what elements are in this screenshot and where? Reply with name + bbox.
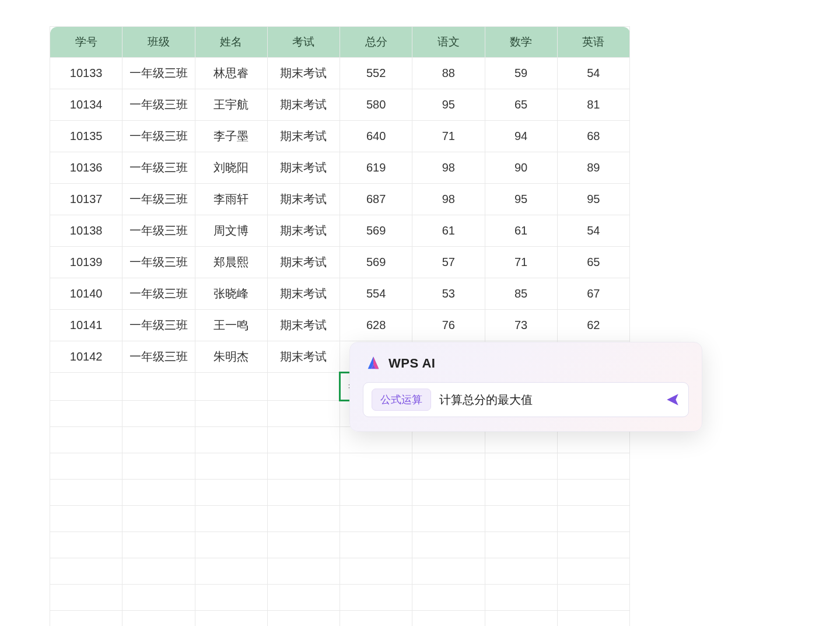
table-cell[interactable] — [123, 558, 195, 585]
table-cell[interactable] — [267, 558, 340, 585]
table-cell[interactable]: 687 — [340, 184, 412, 215]
table-cell[interactable]: 95 — [557, 184, 629, 215]
column-header[interactable]: 英语 — [557, 27, 629, 58]
table-cell[interactable] — [340, 453, 412, 480]
table-cell[interactable]: 95 — [412, 89, 485, 121]
table-cell[interactable]: 期末考试 — [267, 184, 340, 215]
table-cell[interactable]: 一年级三班 — [123, 247, 195, 278]
table-cell[interactable]: 郑晨熙 — [195, 247, 267, 278]
table-cell[interactable] — [123, 427, 195, 453]
table-cell[interactable]: 81 — [557, 89, 629, 121]
table-cell[interactable]: 一年级三班 — [123, 121, 195, 152]
table-cell[interactable] — [50, 401, 123, 427]
table-cell[interactable] — [195, 373, 267, 401]
table-cell[interactable]: 628 — [340, 310, 412, 341]
column-header[interactable]: 班级 — [123, 27, 195, 58]
table-cell[interactable] — [123, 611, 195, 627]
table-cell[interactable] — [195, 532, 267, 558]
table-cell[interactable] — [195, 427, 267, 453]
table-cell[interactable] — [50, 506, 123, 532]
table-cell[interactable] — [412, 611, 485, 627]
table-cell[interactable] — [485, 611, 557, 627]
table-cell[interactable]: 73 — [485, 310, 557, 341]
table-cell[interactable] — [195, 611, 267, 627]
table-cell[interactable] — [50, 585, 123, 611]
table-cell[interactable] — [50, 532, 123, 558]
column-header[interactable]: 姓名 — [195, 27, 267, 58]
table-cell[interactable] — [412, 453, 485, 480]
table-cell[interactable]: 期末考试 — [267, 152, 340, 184]
ai-input-text[interactable]: 计算总分的最大值 — [439, 392, 657, 408]
table-cell[interactable]: 569 — [340, 215, 412, 247]
table-cell[interactable]: 59 — [485, 58, 557, 89]
table-cell[interactable]: 一年级三班 — [123, 310, 195, 341]
column-header[interactable]: 数学 — [485, 27, 557, 58]
table-cell[interactable] — [485, 480, 557, 506]
column-header[interactable]: 语文 — [412, 27, 485, 58]
table-cell[interactable] — [267, 373, 340, 401]
table-cell[interactable]: 98 — [412, 152, 485, 184]
table-cell[interactable] — [50, 453, 123, 480]
table-cell[interactable] — [195, 585, 267, 611]
table-cell[interactable]: 期末考试 — [267, 247, 340, 278]
table-cell[interactable]: 10136 — [50, 152, 123, 184]
table-cell[interactable] — [267, 611, 340, 627]
table-cell[interactable]: 期末考试 — [267, 89, 340, 121]
table-cell[interactable] — [557, 453, 629, 480]
table-cell[interactable] — [557, 585, 629, 611]
table-cell[interactable] — [195, 480, 267, 506]
table-cell[interactable] — [267, 480, 340, 506]
table-cell[interactable]: 10134 — [50, 89, 123, 121]
table-cell[interactable]: 85 — [485, 278, 557, 310]
table-cell[interactable] — [50, 611, 123, 627]
table-cell[interactable]: 一年级三班 — [123, 89, 195, 121]
table-cell[interactable] — [267, 453, 340, 480]
table-cell[interactable]: 期末考试 — [267, 278, 340, 310]
table-cell[interactable] — [195, 401, 267, 427]
table-cell[interactable]: 一年级三班 — [123, 152, 195, 184]
table-cell[interactable]: 580 — [340, 89, 412, 121]
table-cell[interactable]: 569 — [340, 247, 412, 278]
table-cell[interactable] — [50, 373, 123, 401]
table-cell[interactable]: 一年级三班 — [123, 278, 195, 310]
table-cell[interactable]: 554 — [340, 278, 412, 310]
table-cell[interactable]: 期末考试 — [267, 121, 340, 152]
table-cell[interactable] — [412, 506, 485, 532]
table-cell[interactable]: 54 — [557, 215, 629, 247]
table-cell[interactable]: 期末考试 — [267, 341, 340, 373]
table-cell[interactable] — [123, 480, 195, 506]
table-cell[interactable]: 一年级三班 — [123, 341, 195, 373]
table-cell[interactable] — [340, 585, 412, 611]
table-cell[interactable]: 刘晓阳 — [195, 152, 267, 184]
table-cell[interactable]: 552 — [340, 58, 412, 89]
table-cell[interactable]: 88 — [412, 58, 485, 89]
table-cell[interactable]: 10138 — [50, 215, 123, 247]
table-cell[interactable]: 林思睿 — [195, 58, 267, 89]
table-cell[interactable]: 619 — [340, 152, 412, 184]
table-cell[interactable] — [50, 558, 123, 585]
table-cell[interactable]: 10140 — [50, 278, 123, 310]
ai-mode-chip[interactable]: 公式运算 — [372, 389, 431, 411]
table-cell[interactable] — [123, 585, 195, 611]
table-cell[interactable]: 98 — [412, 184, 485, 215]
table-cell[interactable] — [195, 453, 267, 480]
table-cell[interactable]: 62 — [557, 310, 629, 341]
table-cell[interactable] — [340, 611, 412, 627]
table-cell[interactable]: 61 — [485, 215, 557, 247]
table-cell[interactable] — [557, 611, 629, 627]
table-cell[interactable] — [412, 558, 485, 585]
table-cell[interactable] — [50, 480, 123, 506]
table-cell[interactable] — [267, 401, 340, 427]
table-cell[interactable] — [557, 506, 629, 532]
table-cell[interactable] — [485, 532, 557, 558]
column-header[interactable]: 考试 — [267, 27, 340, 58]
table-cell[interactable]: 王宇航 — [195, 89, 267, 121]
table-cell[interactable]: 10139 — [50, 247, 123, 278]
table-cell[interactable]: 65 — [557, 247, 629, 278]
table-cell[interactable]: 89 — [557, 152, 629, 184]
table-cell[interactable] — [195, 506, 267, 532]
table-cell[interactable] — [485, 585, 557, 611]
table-cell[interactable]: 一年级三班 — [123, 184, 195, 215]
table-cell[interactable] — [557, 480, 629, 506]
table-cell[interactable]: 张晓峰 — [195, 278, 267, 310]
